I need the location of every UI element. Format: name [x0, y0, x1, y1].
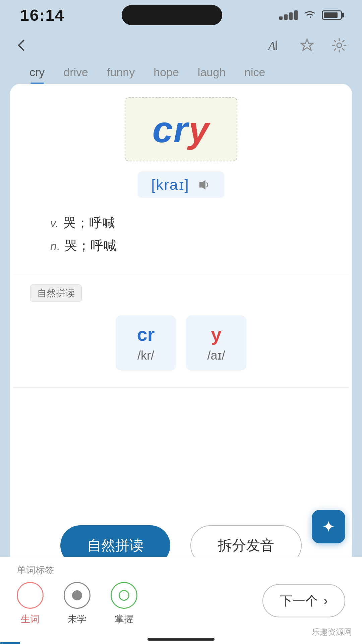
unlearned-circle — [64, 582, 90, 609]
battery-icon — [322, 10, 342, 20]
phonetic-bracket-close: ] — [185, 176, 189, 193]
next-arrow-icon: › — [323, 593, 328, 608]
tag-new-word[interactable]: 生词 — [17, 582, 44, 626]
fab-button[interactable]: ✦ — [312, 510, 345, 543]
home-indicator — [147, 638, 215, 641]
watermark: 乐趣资源网 — [312, 627, 352, 637]
next-button[interactable]: 下一个 › — [262, 584, 345, 617]
def-n: n. 哭；呼喊 — [50, 234, 117, 257]
wifi-icon — [303, 8, 316, 22]
status-icons — [279, 8, 342, 22]
svg-point-3 — [337, 43, 342, 48]
font-icon[interactable]: A — [265, 36, 284, 55]
unlearned-label: 未学 — [68, 613, 86, 626]
empty-area — [10, 388, 352, 515]
phonics-cards: cr /kr/ y /aɪ/ — [30, 315, 332, 371]
word-label: 单词标签 — [17, 564, 345, 577]
settings-icon[interactable] — [330, 36, 349, 55]
status-time: 16:14 — [20, 6, 65, 24]
phonics-card-y[interactable]: y /aɪ/ — [186, 315, 246, 371]
bottom-panel: 单词标签 生词 未学 掌握 下一个 › — [0, 557, 362, 644]
star-icon[interactable] — [298, 36, 316, 55]
back-button[interactable] — [13, 35, 34, 55]
word-section: cry [kraɪ] v. 哭；呼喊 n. 哭；呼喊 — [10, 84, 352, 274]
phonics-letter-y: y — [211, 323, 221, 345]
nav-bar: A — [0, 30, 362, 60]
phonics-label: 自然拼读 — [30, 284, 82, 302]
notch — [122, 5, 222, 25]
def-v: v. 哭；呼喊 — [50, 211, 117, 234]
mastered-circle — [111, 582, 137, 609]
phonetic-bracket-open: [ — [151, 176, 156, 193]
status-bar: 16:14 — [0, 0, 362, 30]
svg-marker-2 — [301, 39, 313, 50]
tab-bar: cry drive funny hope laugh nice — [0, 60, 362, 84]
word-main: cry — [152, 109, 209, 150]
sound-button[interactable] — [196, 177, 211, 192]
phonics-card-cr[interactable]: cr /kr/ — [116, 315, 176, 371]
main-card: cry [kraɪ] v. 哭；呼喊 n. 哭；呼喊 — [10, 84, 352, 582]
tag-mastered[interactable]: 掌握 — [111, 582, 137, 626]
phonetic-kra: kraɪ — [156, 176, 184, 193]
tab-laugh[interactable]: laugh — [188, 60, 235, 84]
phonics-sound-ai: /aɪ/ — [207, 348, 225, 363]
svg-text:A: A — [267, 39, 276, 53]
word-part-cr: cr — [152, 109, 188, 150]
new-word-label: 生词 — [21, 613, 40, 626]
tab-hope[interactable]: hope — [144, 60, 188, 84]
tab-funny[interactable]: funny — [98, 60, 144, 84]
definitions: v. 哭；呼喊 n. 哭；呼喊 — [30, 211, 117, 257]
tab-drive[interactable]: drive — [54, 60, 98, 84]
new-word-circle — [17, 582, 44, 609]
tab-cry[interactable]: cry — [20, 60, 54, 84]
word-display-box: cry — [125, 97, 237, 161]
tag-unlearned[interactable]: 未学 — [64, 582, 90, 626]
svg-marker-4 — [199, 180, 205, 190]
mastered-label: 掌握 — [115, 613, 133, 626]
phonetic-box: [kraɪ] — [138, 171, 224, 198]
signal-icon — [279, 10, 298, 20]
phonics-sound-kr: /kr/ — [137, 348, 154, 363]
nav-icons: A — [265, 36, 349, 55]
phonetic-text: [kraɪ] — [151, 176, 189, 193]
tab-nice[interactable]: nice — [235, 60, 275, 84]
phonics-section: 自然拼读 cr /kr/ y /aɪ/ — [10, 274, 352, 387]
word-part-y: y — [188, 109, 209, 150]
sparkle-icon: ✦ — [322, 517, 335, 536]
next-label: 下一个 — [280, 592, 318, 609]
phonics-letter-cr: cr — [137, 323, 155, 345]
progress-bar — [0, 642, 20, 644]
